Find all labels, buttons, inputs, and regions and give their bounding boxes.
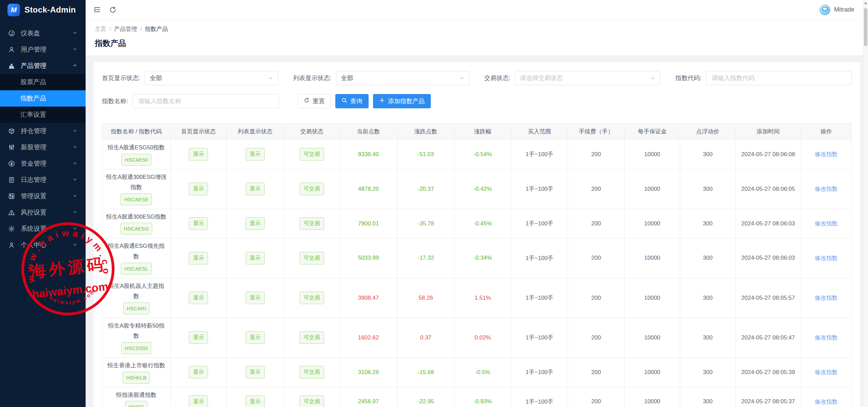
home-status-cell: 显示 xyxy=(171,357,226,387)
trade-status-cell: 可交易 xyxy=(284,278,340,318)
menu-fold-icon[interactable] xyxy=(93,6,101,14)
list-status-cell: 显示 xyxy=(226,209,284,238)
index-name-input-wrap xyxy=(132,94,279,108)
column-header: 操作 xyxy=(801,124,851,140)
sidebar-item-label: 风控设置 xyxy=(21,208,72,217)
index-name-cell: 恒生香港上市银行指数HSHKLB xyxy=(102,357,171,387)
fee-cell: 200 xyxy=(568,169,624,209)
float-price-cell: 300 xyxy=(680,238,736,278)
home-status-cell: 显示 xyxy=(171,209,226,238)
trade-status-select[interactable]: 请选择交易状态 xyxy=(515,71,661,85)
sidebar-item-产品管理[interactable]: 产品管理 xyxy=(0,58,86,74)
buy-range-cell: 1手~100手 xyxy=(511,357,568,387)
float-price-cell: 300 xyxy=(680,318,736,357)
status-badge: 显示 xyxy=(246,395,265,407)
list-status-label: 列表显示状态: xyxy=(293,74,332,82)
index-name-cell: 恒生A股通ESG50指数HSCAE50 xyxy=(102,140,171,169)
added-time-cell: 2024-05-27 08:05:39 xyxy=(736,357,801,387)
sidebar-item-持仓管理[interactable]: 持仓管理 xyxy=(0,123,86,139)
status-badge: 显示 xyxy=(246,331,265,344)
chevron-down-icon xyxy=(72,176,77,184)
index-code-badge: HSCAESE xyxy=(121,193,152,205)
edit-index-link[interactable]: 修改指数 xyxy=(815,220,838,227)
search-button[interactable]: 查询 xyxy=(335,94,369,108)
status-badge: 显示 xyxy=(246,183,265,195)
filter-list-status: 列表显示状态: 全部 xyxy=(293,71,470,85)
sidebar-item-管理设置[interactable]: 管理设置 xyxy=(0,188,86,204)
filter-index-name: 指数名称: xyxy=(102,94,279,108)
change-percent-cell: 1.51% xyxy=(454,278,511,318)
edit-index-link[interactable]: 修改指数 xyxy=(815,369,838,375)
submenu-item-指数产品[interactable]: 指数产品 xyxy=(0,90,86,107)
status-badge: 显示 xyxy=(246,366,265,378)
sidebar-item-个人中心[interactable]: 个人中心 xyxy=(0,237,86,253)
breadcrumb-item[interactable]: 产品管理 xyxy=(114,25,137,33)
buy-range-cell: 1手~100手 xyxy=(511,169,568,209)
fee-cell: 200 xyxy=(568,140,624,169)
index-code-input[interactable] xyxy=(711,74,847,82)
sidebar-item-仪表盘[interactable]: 仪表盘 xyxy=(0,25,86,41)
sidebar-item-资金管理[interactable]: 资金管理 xyxy=(0,155,86,172)
edit-index-link[interactable]: 修改指数 xyxy=(815,334,838,341)
sidebar-item-新股管理[interactable]: 新股管理 xyxy=(0,139,86,155)
action-cell: 修改指数 xyxy=(801,140,851,169)
sidebar-item-label: 新股管理 xyxy=(21,143,72,152)
column-header: 添加时间 xyxy=(736,124,801,140)
index-name-cell: 恒指港股通指数 HSISC xyxy=(102,387,171,407)
index-name: 恒生A股通ESG领先指数 xyxy=(108,243,164,260)
sidebar-item-日志管理[interactable]: 日志管理 xyxy=(0,172,86,188)
sidebar-item-label: 资金管理 xyxy=(21,159,72,168)
submenu-item-汇率设置[interactable]: 汇率设置 xyxy=(0,107,86,123)
brand-title: Stock-Admin xyxy=(24,5,76,15)
status-badge: 可交易 xyxy=(300,148,324,161)
column-header: 首页显示状态 xyxy=(171,124,226,140)
breadcrumb-separator: / xyxy=(140,26,142,33)
avatar[interactable] xyxy=(819,4,830,15)
index-name-cell: 恒生A股通300ESG指数HSCAESG xyxy=(102,209,171,238)
list-status-select[interactable]: 全部 xyxy=(336,71,470,85)
vertical-scrollbar[interactable] xyxy=(863,0,868,407)
status-badge: 显示 xyxy=(189,395,208,407)
change-points-cell: 58.26 xyxy=(397,278,454,318)
fee-cell: 200 xyxy=(568,278,624,318)
reset-button[interactable]: 重置 xyxy=(298,94,331,108)
vertical-scrollbar-thumb[interactable] xyxy=(864,8,867,46)
index-name-cell: 恒生A股机器人主题指数HSCARI xyxy=(102,278,171,318)
column-header: 涨跌幅 xyxy=(454,124,511,140)
topbar: Mitrade xyxy=(86,0,868,20)
home-status-cell: 显示 xyxy=(171,387,226,407)
current-points-cell: 9336.40 xyxy=(340,140,397,169)
table-row: 恒生A股专精特新50指数HSCSS50显示显示可交易1602.620.370.0… xyxy=(102,318,852,357)
index-name-input[interactable] xyxy=(138,97,274,105)
index-code-badge: HSCAESL xyxy=(121,263,152,275)
submenu-item-股票产品[interactable]: 股票产品 xyxy=(0,74,86,90)
index-code-badge: HSCSS50 xyxy=(121,342,151,354)
action-cell: 修改指数 xyxy=(801,387,851,407)
sidebar-item-系统设置[interactable]: 系统设置 xyxy=(0,221,86,237)
buy-range-cell: 1手~100手 xyxy=(511,140,568,169)
column-header: 手续费（手） xyxy=(568,124,624,140)
edit-index-link[interactable]: 修改指数 xyxy=(815,186,838,192)
status-badge: 显示 xyxy=(189,217,208,230)
reset-icon xyxy=(304,97,309,105)
change-points-cell: 0.37 xyxy=(397,318,454,357)
scroll-up-icon[interactable] xyxy=(864,2,867,4)
add-index-product-button[interactable]: 添加指数产品 xyxy=(373,94,431,108)
topbar-user[interactable]: Mitrade xyxy=(819,4,854,15)
home-status-select[interactable]: 全部 xyxy=(145,71,278,85)
edit-index-link[interactable]: 修改指数 xyxy=(815,151,838,158)
sidebar-item-label: 持仓管理 xyxy=(21,127,72,135)
edit-index-link[interactable]: 修改指数 xyxy=(815,399,838,405)
sidebar-item-风控设置[interactable]: 风控设置 xyxy=(0,204,86,221)
status-badge: 显示 xyxy=(246,148,265,161)
buy-range-cell: 1手~100手 xyxy=(511,238,568,278)
edit-index-link[interactable]: 修改指数 xyxy=(815,295,838,301)
reset-label: 重置 xyxy=(313,97,325,105)
trade-status-cell: 可交易 xyxy=(284,169,340,209)
breadcrumb-item[interactable]: 主页 xyxy=(95,25,106,33)
sidebar-item-用户管理[interactable]: 用户管理 xyxy=(0,41,86,58)
logs-icon xyxy=(8,177,16,183)
refresh-icon[interactable] xyxy=(109,6,117,14)
edit-index-link[interactable]: 修改指数 xyxy=(815,255,838,261)
brand-logo-icon: M xyxy=(7,4,20,16)
